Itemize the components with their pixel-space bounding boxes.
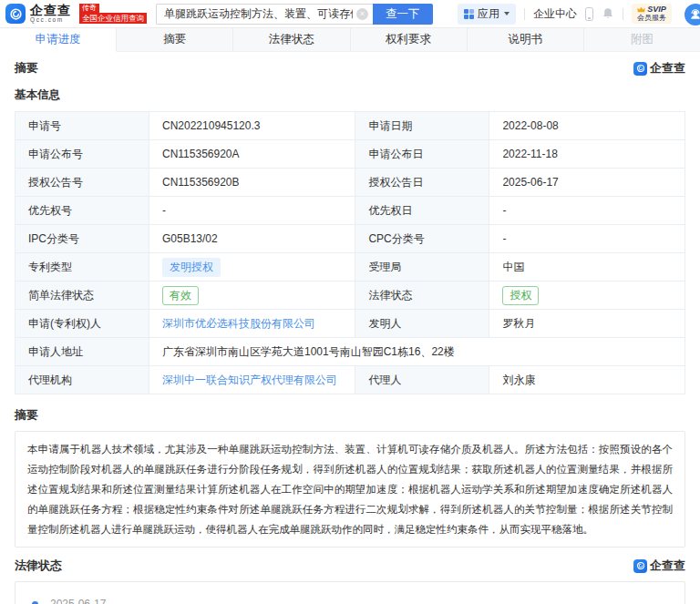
table-row: 优先权号 - 优先权日 - <box>15 197 685 225</box>
enterprise-center-link[interactable]: 企业中心 <box>533 6 577 22</box>
field-label: 发明人 <box>355 310 489 338</box>
chevron-down-icon <box>504 12 510 15</box>
field-label: 申请日期 <box>355 112 489 140</box>
field-label: 优先权日 <box>355 197 489 225</box>
field-label: 申请公布日 <box>355 140 489 169</box>
section-title-legal: 法律状态 <box>15 558 62 574</box>
field-value: - <box>149 197 355 225</box>
legal-status-timeline: 2025-06-17 授权 <box>15 581 685 604</box>
field-label: IPC分类号 <box>15 225 149 253</box>
field-value: 有效 <box>149 282 355 310</box>
svip-sub-label: 会员服务 <box>637 15 666 23</box>
tab-application-progress[interactable]: 申请进度 <box>0 28 117 52</box>
divider <box>623 8 623 20</box>
table-row: 简单法律状态 有效 法律状态 授权 <box>15 282 685 310</box>
field-label: 专利类型 <box>15 253 149 282</box>
tab-abstract[interactable]: 摘要 <box>117 28 233 51</box>
search-button[interactable]: 查一下 <box>373 4 433 25</box>
header-right-nav: 应用 企业中心 SVIP 会员服务 <box>458 4 693 25</box>
main-content: 摘要 企查查 基本信息 申请号 CN202210945120.3 申请日期 20… <box>0 60 700 604</box>
tab-claims[interactable]: 权利要求 <box>351 28 468 51</box>
notifications-bell-icon[interactable] <box>602 7 614 20</box>
timeline-date: 2025-06-17 <box>50 598 685 604</box>
section-title-summary: 摘要 <box>15 60 38 77</box>
qcc-watermark-label: 企查查 <box>650 558 685 574</box>
field-value: 刘永康 <box>489 366 685 394</box>
field-value: CN202210945120.3 <box>149 112 355 140</box>
crown-icon <box>637 6 645 13</box>
field-label: 法律状态 <box>355 282 489 310</box>
detail-tabbar: 申请进度 摘要 法律状态 权利要求 说明书 附图 <box>0 27 700 52</box>
section-brand: 企查查 <box>633 60 685 77</box>
field-value: 广东省深圳市南山区学苑大道1001号南山智园C1栋16、22楼 <box>149 338 685 366</box>
field-value: CN115356920A <box>149 140 355 169</box>
basic-info-title: 基本信息 <box>15 87 685 103</box>
badge-bottom-label: 全国企业信用查询 <box>79 13 147 25</box>
field-value: G05B13/02 <box>149 225 355 253</box>
top-header: 企查查 Qcc.com 传奇 全国企业信用查询 × 查一下 应用 企业中心 <box>0 0 700 27</box>
badge-top-label: 传奇 <box>79 4 99 13</box>
table-row: 代理机构 深圳中一联合知识产权代理有限公司 代理人 刘永康 <box>15 366 685 394</box>
tab-legal-status[interactable]: 法律状态 <box>233 28 350 51</box>
legal-section-header: 法律状态 企查查 <box>15 558 685 574</box>
customer-service-icon[interactable] <box>685 4 700 26</box>
svip-badge[interactable]: SVIP 会员服务 <box>632 4 672 25</box>
apps-label: 应用 <box>478 6 499 22</box>
field-label: 代理人 <box>355 366 489 394</box>
field-value: 2025-06-17 <box>489 169 685 197</box>
apps-menu[interactable]: 应用 <box>458 4 516 25</box>
field-value: 罗秋月 <box>489 310 685 338</box>
field-value: 中国 <box>489 253 685 282</box>
apps-grid-icon <box>464 9 474 19</box>
field-label: CPC分类号 <box>355 225 489 253</box>
table-row: 申请人地址 广东省深圳市南山区学苑大道1001号南山智园C1栋16、22楼 <box>15 338 685 366</box>
search-bar: × 查一下 <box>156 4 433 25</box>
field-label: 优先权号 <box>15 197 149 225</box>
brand-slogan-badge: 传奇 全国企业信用查询 <box>79 4 147 25</box>
qcc-watermark-icon <box>633 62 647 76</box>
applicant-link[interactable]: 深圳市优必选科技股份有限公司 <box>162 317 315 330</box>
tab-specification[interactable]: 说明书 <box>468 28 584 51</box>
table-row: 申请(专利权)人 深圳市优必选科技股份有限公司 发明人 罗秋月 <box>15 310 685 338</box>
patent-type-tag: 发明授权 <box>162 258 221 277</box>
table-row: 专利类型 发明授权 受理局 中国 <box>15 253 685 282</box>
brand-domain: Qcc.com <box>30 17 71 24</box>
tab-drawings[interactable]: 附图 <box>584 28 700 51</box>
field-label: 受理局 <box>355 253 489 282</box>
field-value: 发明授权 <box>149 253 355 282</box>
search-box: × <box>156 4 373 25</box>
summary-section-header: 摘要 企查查 <box>15 60 685 77</box>
table-row: 授权公告号 CN115356920B 授权公告日 2025-06-17 <box>15 169 685 197</box>
field-value: 深圳市优必选科技股份有限公司 <box>149 310 355 338</box>
search-input[interactable] <box>156 4 373 25</box>
field-value: 2022-08-08 <box>489 112 685 140</box>
table-row: IPC分类号 G05B13/02 CPC分类号 - <box>15 225 685 253</box>
brand-name: 企查查 <box>30 4 71 16</box>
field-value: CN115356920B <box>149 169 355 197</box>
patent-detail-page: 企查查 Qcc.com 传奇 全国企业信用查询 × 查一下 应用 企业中心 <box>0 0 700 604</box>
field-label: 申请人地址 <box>15 338 149 366</box>
field-value: - <box>489 197 685 225</box>
table-row: 申请号 CN202210945120.3 申请日期 2022-08-08 <box>15 112 685 140</box>
status-badge: 有效 <box>162 286 199 305</box>
field-label: 代理机构 <box>15 366 149 394</box>
status-badge: 授权 <box>502 286 539 305</box>
field-value: 深圳中一联合知识产权代理有限公司 <box>149 366 355 394</box>
mobile-app-icon[interactable] <box>585 7 593 21</box>
field-label: 授权公告日 <box>355 169 489 197</box>
qcc-logo-icon <box>5 4 26 24</box>
divider <box>524 8 525 20</box>
field-label: 授权公告号 <box>15 169 149 197</box>
agency-link[interactable]: 深圳中一联合知识产权代理有限公司 <box>162 374 337 386</box>
field-value: 授权 <box>489 282 685 310</box>
table-row: 申请公布号 CN115356920A 申请公布日 2022-11-18 <box>15 140 685 169</box>
field-label: 简单法律状态 <box>15 282 149 310</box>
abstract-text: 本申请属于机器人技术领域，尤其涉及一种单腿跳跃运动控制方法、装置、计算机可读存储… <box>15 431 685 548</box>
field-value: - <box>489 225 685 253</box>
timeline-item: 2025-06-17 授权 <box>32 598 685 604</box>
qcc-watermark-icon <box>633 559 647 573</box>
qcc-logo[interactable]: 企查查 Qcc.com 传奇 全国企业信用查询 <box>5 4 147 25</box>
clear-search-icon[interactable]: × <box>356 8 368 20</box>
abstract-title: 摘要 <box>15 407 685 424</box>
field-value: 2022-11-18 <box>489 140 685 169</box>
